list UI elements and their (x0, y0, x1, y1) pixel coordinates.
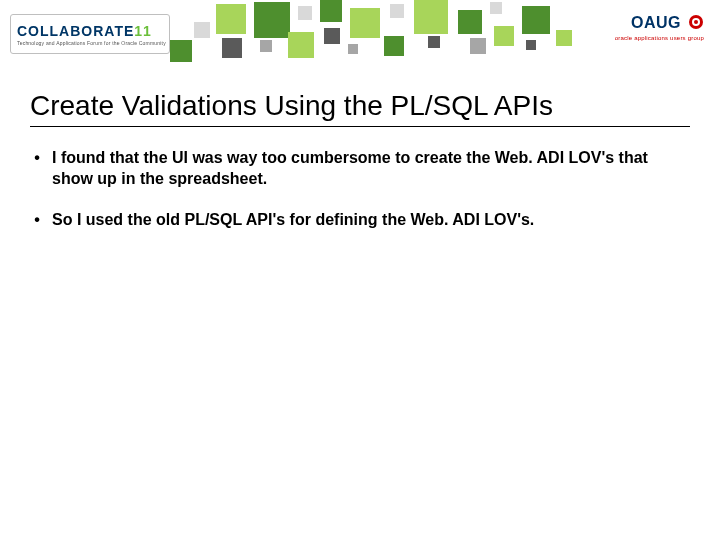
oaug-brand-text: OAUG (631, 14, 681, 31)
collaborate-brand-text: COLLABORATE (17, 23, 134, 39)
bullet-dot-icon: • (30, 210, 44, 231)
slide-title: Create Validations Using the PL/SQL APIs (30, 90, 690, 127)
oaug-brand-line: OAUG (615, 14, 704, 34)
oaug-logo: OAUG oracle applications users group (615, 14, 704, 41)
bullet-item: • So I used the old PL/SQL API's for def… (30, 210, 680, 231)
collaborate-tagline: Technology and Applications Forum for th… (17, 40, 163, 46)
collaborate-year: 11 (134, 23, 152, 39)
bullet-text: So I used the old PL/SQL API's for defin… (52, 210, 680, 231)
slide-header: COLLABORATE11 Technology and Application… (0, 0, 720, 70)
collaborate-logo: COLLABORATE11 Technology and Application… (10, 14, 170, 54)
slide-body: • I found that the UI was way too cumber… (30, 148, 680, 250)
svg-point-2 (694, 20, 698, 24)
oaug-tagline: oracle applications users group (615, 35, 704, 41)
decorative-squares (170, 0, 580, 70)
bullet-text: I found that the UI was way too cumberso… (52, 148, 680, 190)
bullet-dot-icon: • (30, 148, 44, 169)
bullet-item: • I found that the UI was way too cumber… (30, 148, 680, 190)
slide: COLLABORATE11 Technology and Application… (0, 0, 720, 540)
collaborate-brand-line: COLLABORATE11 (17, 23, 163, 39)
gear-icon (688, 14, 704, 34)
